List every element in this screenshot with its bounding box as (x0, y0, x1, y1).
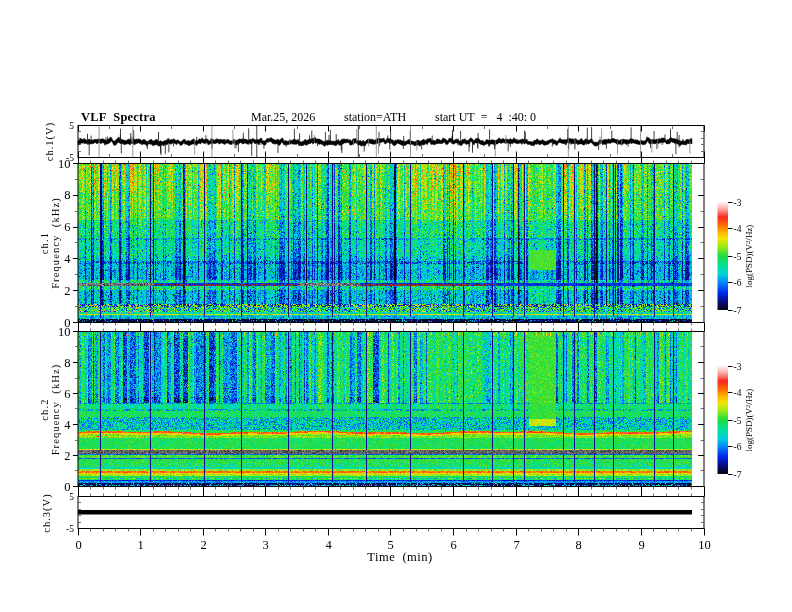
svg-text:6: 6 (64, 387, 70, 401)
svg-text:10: 10 (58, 325, 71, 339)
svg-text:-6: -6 (734, 442, 742, 452)
svg-text:start UT = 4 :40: 0: start UT = 4 :40: 0 (435, 110, 536, 124)
svg-text:8: 8 (64, 356, 70, 370)
svg-text:Time (min): Time (min) (367, 550, 432, 564)
svg-text:10: 10 (58, 157, 71, 171)
svg-text:ch.2: ch.2 (39, 398, 50, 421)
svg-text:5: 5 (69, 121, 74, 131)
svg-text:VLF Spectra: VLF Spectra (81, 110, 156, 124)
svg-text:-7: -7 (734, 470, 742, 480)
svg-text:2: 2 (200, 538, 206, 552)
svg-text:4: 4 (325, 538, 332, 552)
svg-text:ch.1: ch.1 (39, 232, 50, 255)
svg-text:-5: -5 (734, 252, 742, 262)
svg-text:0: 0 (75, 538, 81, 552)
svg-text:8: 8 (575, 538, 581, 552)
svg-text:-4: -4 (734, 388, 742, 398)
svg-text:3: 3 (262, 538, 268, 552)
svg-text:-5: -5 (66, 524, 74, 534)
svg-text:2: 2 (64, 449, 70, 463)
svg-text:5: 5 (69, 492, 74, 502)
svg-text:9: 9 (638, 538, 644, 552)
svg-text:-3: -3 (734, 198, 742, 208)
svg-text:-5: -5 (734, 416, 742, 426)
svg-text:6: 6 (64, 220, 70, 234)
svg-text:station=ATH: station=ATH (344, 110, 406, 124)
svg-text:1: 1 (137, 538, 143, 552)
svg-text:ch.3(V): ch.3(V) (41, 493, 53, 532)
svg-text:-6: -6 (734, 278, 742, 288)
svg-text:4: 4 (64, 418, 71, 432)
svg-text:7: 7 (513, 538, 519, 552)
svg-text:2: 2 (64, 284, 70, 298)
svg-text:ch.1(V): ch.1(V) (44, 122, 56, 161)
svg-text:Frequency (kHz): Frequency (kHz) (50, 197, 62, 289)
svg-text:-7: -7 (734, 306, 742, 316)
svg-text:log(PSD)(V2/Hz): log(PSD)(V2/Hz) (744, 225, 755, 288)
svg-text:10: 10 (698, 538, 711, 552)
svg-text:4: 4 (64, 252, 71, 266)
svg-text:log(PSD)(V2/Hz): log(PSD)(V2/Hz) (744, 389, 755, 452)
svg-text:6: 6 (450, 538, 456, 552)
svg-text:8: 8 (64, 188, 70, 202)
svg-text:Frequency (kHz): Frequency (kHz) (50, 364, 62, 456)
svg-text:-3: -3 (734, 362, 742, 372)
svg-text:-4: -4 (734, 224, 742, 234)
svg-text:Mar.25, 2026: Mar.25, 2026 (251, 110, 315, 124)
